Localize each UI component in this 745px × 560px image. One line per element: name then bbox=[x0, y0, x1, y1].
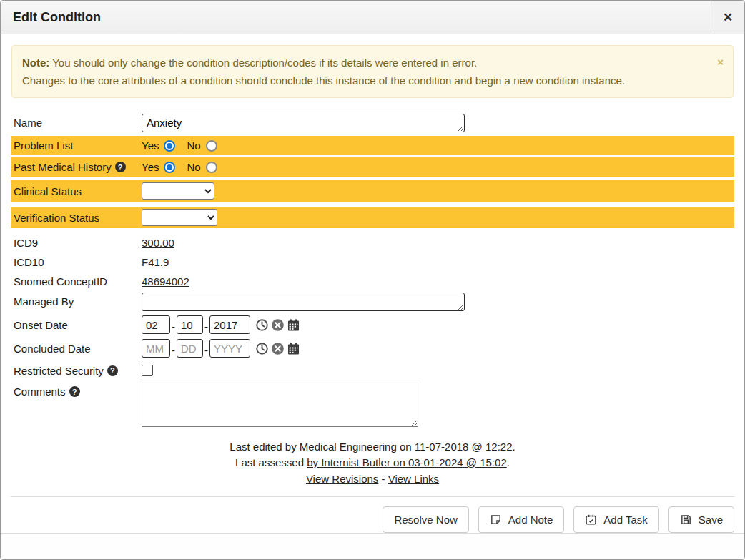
icd9-row: ICD9 300.00 bbox=[11, 233, 734, 252]
snomed-row: Snomed ConceptID 48694002 bbox=[11, 272, 734, 290]
verification-status-select[interactable] bbox=[142, 209, 217, 226]
name-row: Name Anxiety bbox=[11, 113, 734, 132]
note-line-1: Note: You should only change the conditi… bbox=[22, 54, 704, 72]
modal-title: Edit Condition bbox=[1, 1, 711, 34]
concluded-date-label: Concluded Date bbox=[11, 343, 142, 355]
problem-list-no-label: No bbox=[187, 139, 200, 152]
comments-textarea[interactable] bbox=[142, 383, 418, 427]
close-icon[interactable]: ✕ bbox=[711, 1, 744, 34]
modal-header: Edit Condition ✕ bbox=[1, 1, 744, 34]
help-icon[interactable]: ? bbox=[107, 365, 118, 376]
view-revisions-link[interactable]: View Revisions bbox=[306, 473, 378, 485]
onset-day-input[interactable] bbox=[177, 315, 203, 334]
onset-year-input[interactable] bbox=[209, 315, 250, 334]
snomed-code-link[interactable]: 48694002 bbox=[142, 275, 189, 288]
note-icon bbox=[490, 514, 502, 526]
action-buttons: Resolve Now Add Note Add Task Save bbox=[1, 506, 744, 533]
past-medical-history-label: Past Medical History bbox=[14, 161, 112, 173]
snomed-label: Snomed ConceptID bbox=[11, 275, 142, 288]
save-button[interactable]: Save bbox=[668, 506, 734, 533]
concluded-month-input[interactable] bbox=[142, 339, 170, 358]
calendar-check-icon bbox=[585, 514, 597, 526]
restricted-security-label: Restricted Security bbox=[14, 365, 104, 377]
clock-icon[interactable] bbox=[255, 318, 269, 332]
restricted-security-row: Restricted Security ? bbox=[11, 361, 734, 380]
view-links-link[interactable]: View Links bbox=[388, 473, 439, 485]
past-medical-history-row: Past Medical History ? Yes No bbox=[11, 157, 734, 177]
managed-by-row: Managed By bbox=[11, 292, 734, 311]
problem-list-row: Problem List Yes No bbox=[11, 136, 734, 155]
note-label: Note: bbox=[22, 57, 49, 69]
icd9-label: ICD9 bbox=[11, 237, 142, 249]
add-note-button[interactable]: Add Note bbox=[478, 506, 565, 533]
clinical-status-label: Clinical Status bbox=[11, 185, 142, 197]
clock-icon[interactable] bbox=[255, 342, 269, 355]
meta-info: Last edited by Medical Engineering on 11… bbox=[1, 439, 744, 471]
pmh-yes-label: Yes bbox=[142, 161, 159, 173]
managed-by-label: Managed By bbox=[11, 295, 142, 308]
name-label: Name bbox=[11, 117, 142, 129]
pmh-no-radio[interactable] bbox=[206, 162, 217, 173]
last-assessed-link[interactable]: by Internist Butler on 03-01-2024 @ 15:0… bbox=[307, 456, 507, 468]
help-icon[interactable]: ? bbox=[69, 386, 80, 397]
calendar-icon[interactable] bbox=[287, 318, 300, 332]
problem-list-label: Problem List bbox=[11, 139, 142, 152]
note-dismiss-icon[interactable]: × bbox=[717, 53, 724, 71]
onset-date-label: Onset Date bbox=[11, 319, 142, 331]
icd10-code-link[interactable]: F41.9 bbox=[142, 256, 169, 268]
icd9-code-link[interactable]: 300.00 bbox=[142, 237, 174, 249]
concluded-day-input[interactable] bbox=[177, 339, 203, 358]
verification-status-row: Verification Status bbox=[11, 207, 734, 228]
restricted-security-checkbox[interactable] bbox=[142, 365, 153, 376]
clear-date-icon[interactable] bbox=[271, 318, 285, 332]
edit-condition-modal: Edit Condition ✕ Note: You should only c… bbox=[0, 0, 745, 560]
modal-body: Note: You should only change the conditi… bbox=[1, 34, 744, 559]
verification-status-label: Verification Status bbox=[11, 212, 142, 224]
view-links-line: View Revisions - View Links bbox=[1, 473, 744, 485]
last-assessed-text: Last assessed by Internist Butler on 03-… bbox=[1, 455, 744, 470]
resolve-now-button[interactable]: Resolve Now bbox=[383, 506, 468, 533]
help-icon[interactable]: ? bbox=[115, 162, 126, 172]
clear-date-icon[interactable] bbox=[271, 342, 285, 355]
clinical-status-select[interactable] bbox=[142, 182, 214, 200]
pmh-no-label: No bbox=[187, 161, 200, 173]
managed-by-input[interactable] bbox=[142, 293, 465, 311]
modal-footer bbox=[1, 533, 744, 559]
warning-note: Note: You should only change the conditi… bbox=[11, 45, 734, 98]
comments-label: Comments bbox=[14, 385, 66, 398]
problem-list-yes-label: Yes bbox=[142, 139, 159, 152]
problem-list-no-radio[interactable] bbox=[206, 140, 217, 152]
note-line-2: Changes to the core attributes of a cond… bbox=[22, 72, 704, 89]
last-edited-text: Last edited by Medical Engineering on 11… bbox=[1, 439, 744, 454]
comments-row: Comments ? bbox=[11, 383, 734, 427]
problem-list-yes-radio[interactable] bbox=[164, 140, 175, 152]
pmh-yes-radio[interactable] bbox=[164, 162, 175, 173]
concluded-year-input[interactable] bbox=[209, 339, 250, 358]
icd10-row: ICD10 F41.9 bbox=[11, 252, 734, 271]
condition-form: Name Anxiety Problem List Yes No Past Me… bbox=[1, 113, 744, 429]
divider bbox=[11, 496, 734, 497]
icd10-label: ICD10 bbox=[11, 256, 142, 268]
clinical-status-row: Clinical Status bbox=[11, 180, 734, 202]
concluded-date-row: Concluded Date - - bbox=[11, 338, 734, 359]
onset-month-input[interactable] bbox=[142, 315, 170, 334]
save-icon bbox=[680, 514, 692, 526]
add-task-button[interactable]: Add Task bbox=[573, 506, 658, 533]
onset-date-row: Onset Date - - bbox=[11, 314, 734, 335]
name-input[interactable]: Anxiety bbox=[142, 114, 465, 132]
calendar-icon[interactable] bbox=[287, 342, 300, 355]
